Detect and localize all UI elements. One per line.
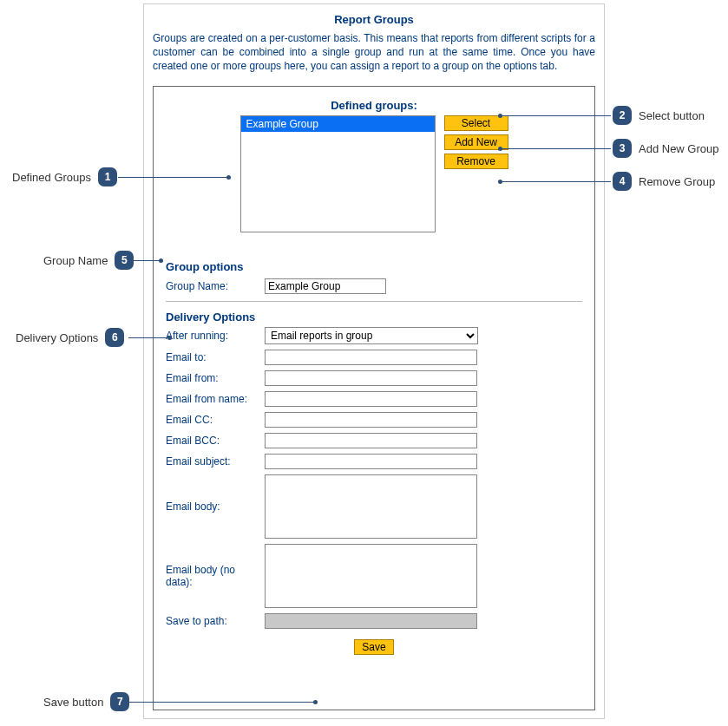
divider [166,301,582,302]
defined-groups-area: Example Group Select Add New Remove [166,115,582,232]
email-to-label: Email to: [166,351,265,363]
email-body-label: Email body: [166,500,265,513]
page-title: Report Groups [144,4,604,31]
callout-3: 3 Add New Group [613,139,719,158]
save-to-path-input[interactable] [265,613,477,629]
email-bcc-input[interactable] [265,433,477,448]
callout-leader [128,702,316,703]
after-running-select[interactable]: Email reports in group [265,327,478,344]
email-from-name-label: Email from name: [166,393,265,405]
defined-groups-label: Defined groups: [166,99,582,112]
email-cc-input[interactable] [265,412,477,428]
callout-5: Group Name 5 [43,251,134,270]
email-from-input[interactable] [265,370,477,386]
callout-7: Save button 7 [43,692,129,711]
email-cc-label: Email CC: [166,414,265,426]
callout-text: Remove Group [639,175,715,188]
remove-button[interactable]: Remove [444,154,508,169]
callout-leader [118,177,229,178]
callout-4: 4 Remove Group [613,172,715,191]
after-running-row: After running: Email reports in group [166,327,582,344]
save-button[interactable]: Save [354,639,393,655]
group-options-title: Group options [166,260,582,273]
callout-leader [500,115,611,116]
defined-groups-listbox[interactable]: Example Group [240,115,436,232]
intro-text: Groups are created on a per-customer bas… [144,31,604,81]
callout-badge: 3 [613,139,632,158]
email-bcc-label: Email BCC: [166,435,265,447]
callout-badge: 6 [105,328,124,347]
callout-leader [128,260,161,261]
email-from-label: Email from: [166,372,265,384]
save-row: Save [166,639,582,655]
email-from-name-input[interactable] [265,391,477,407]
email-subject-label: Email subject: [166,455,265,468]
group-name-label: Group Name: [166,280,265,292]
callout-6: Delivery Options 6 [16,328,124,347]
callout-2: 2 Select button [613,106,705,125]
callout-leader [128,337,170,338]
callout-text: Defined Groups [12,171,91,184]
save-to-path-label: Save to path: [166,615,265,627]
delivery-options-title: Delivery Options [166,311,582,324]
callout-text: Select button [639,109,705,122]
after-running-label: After running: [166,330,265,342]
email-body-textarea[interactable] [265,474,477,539]
callout-text: Add New Group [639,142,719,155]
callout-badge: 1 [98,167,117,186]
callout-text: Delivery Options [16,331,98,344]
inner-container: Defined groups: Example Group Select Add… [153,86,595,710]
email-body-nodata-textarea[interactable] [265,544,477,608]
group-name-row: Group Name: [166,278,582,294]
callout-1: Defined Groups 1 [12,167,117,186]
group-name-input[interactable] [265,278,386,294]
email-to-input[interactable] [265,350,477,365]
defined-groups-button-column: Select Add New Remove [444,115,508,232]
callout-leader [500,148,611,149]
report-groups-panel: Report Groups Groups are created on a pe… [143,3,605,719]
callout-leader [500,181,611,182]
callout-badge: 7 [110,692,129,711]
email-body-nodata-label: Email body (no data): [166,564,265,588]
callout-text: Group Name [43,254,108,267]
callout-text: Save button [43,696,103,709]
email-subject-input[interactable] [265,454,477,469]
callout-badge: 2 [613,106,632,125]
callout-badge: 4 [613,172,632,191]
list-item[interactable]: Example Group [241,116,435,132]
